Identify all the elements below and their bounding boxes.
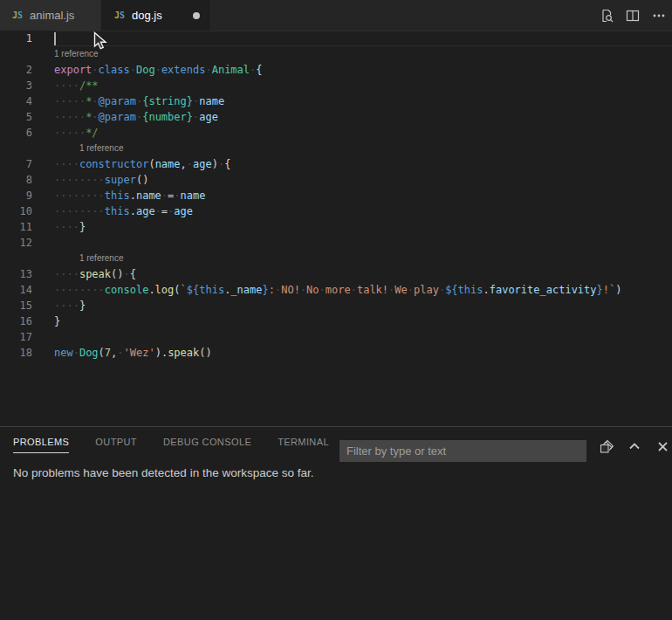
editor-tab-bar: JS animal.js JS dog.js bbox=[0, 0, 672, 31]
panel-actions bbox=[599, 438, 670, 454]
line-number: 7 bbox=[0, 156, 32, 172]
line-number: 10 bbox=[0, 203, 32, 219]
code-line[interactable]: 9········this.name·=·name bbox=[0, 188, 672, 203]
codelens-row[interactable]: 1 reference bbox=[0, 46, 672, 62]
line-number: 18 bbox=[0, 345, 32, 361]
stacked-squares-icon[interactable] bbox=[599, 438, 614, 454]
code-line[interactable]: 12 bbox=[0, 235, 672, 251]
tab-animal-js[interactable]: JS animal.js bbox=[0, 0, 102, 31]
code-line[interactable]: 10········this.age·=·age bbox=[0, 203, 672, 219]
line-number: 11 bbox=[0, 219, 32, 235]
panel-tabs: PROBLEMSOUTPUTDEBUG CONSOLETERMINAL bbox=[13, 437, 329, 453]
code-line[interactable]: 8········super() bbox=[0, 172, 672, 188]
line-number: 3 bbox=[0, 78, 32, 93]
javascript-file-icon: JS bbox=[12, 10, 23, 20]
codelens-row[interactable]: 1 reference bbox=[0, 251, 672, 266]
more-actions-icon[interactable] bbox=[651, 8, 667, 24]
line-number: 1 bbox=[0, 31, 32, 46]
code-line[interactable]: 13····speak()·{ bbox=[0, 266, 672, 282]
panel-tab-debug-console[interactable]: DEBUG CONSOLE bbox=[163, 437, 251, 453]
code-line[interactable]: 17 bbox=[0, 329, 672, 345]
code-line[interactable]: 15····} bbox=[0, 298, 672, 313]
code-editor[interactable]: 11 reference2export·class·Dog·extends·An… bbox=[0, 31, 672, 426]
line-number: 4 bbox=[0, 93, 32, 109]
vscode-window: JS animal.js JS dog.js bbox=[0, 0, 672, 620]
line-number: 9 bbox=[0, 188, 32, 203]
code-line[interactable]: 7····constructor(name,·age)·{ bbox=[0, 156, 672, 172]
codelens-row[interactable]: 1 reference bbox=[0, 141, 672, 156]
dirty-indicator-icon[interactable] bbox=[193, 12, 200, 19]
close-panel-icon[interactable] bbox=[655, 438, 670, 454]
line-number bbox=[0, 251, 32, 266]
line-number: 13 bbox=[0, 266, 32, 282]
panel-tab-output[interactable]: OUTPUT bbox=[95, 437, 137, 453]
panel-tab-problems[interactable]: PROBLEMS bbox=[13, 437, 69, 453]
line-number: 16 bbox=[0, 313, 32, 329]
line-number: 2 bbox=[0, 62, 32, 78]
code-line[interactable]: 11····} bbox=[0, 219, 672, 235]
bottom-panel: PROBLEMSOUTPUTDEBUG CONSOLETERMINAL bbox=[0, 426, 672, 620]
line-number: 15 bbox=[0, 298, 32, 313]
line-number: 12 bbox=[0, 235, 32, 251]
code-line[interactable]: 5·····*·@param·{number}·age bbox=[0, 109, 672, 125]
javascript-file-icon: JS bbox=[114, 10, 125, 20]
line-number bbox=[0, 46, 32, 62]
text-cursor bbox=[54, 32, 56, 45]
line-number bbox=[0, 141, 32, 156]
editor-rows: 11 reference2export·class·Dog·extends·An… bbox=[0, 31, 672, 361]
codelens-reference-link[interactable]: 1 reference bbox=[79, 251, 124, 266]
tab-dog-js[interactable]: JS dog.js bbox=[102, 0, 209, 31]
line-number: 8 bbox=[0, 172, 32, 188]
problems-filter-input[interactable] bbox=[339, 440, 586, 462]
problems-message: No problems have been detected in the wo… bbox=[13, 466, 313, 479]
line-number: 5 bbox=[0, 109, 32, 125]
code-line[interactable]: 14········console.log(`${this._name}:·NO… bbox=[0, 282, 672, 298]
maximize-panel-icon[interactable] bbox=[627, 438, 642, 454]
tab-label: dog.js bbox=[132, 9, 162, 22]
codelens-reference-link[interactable]: 1 reference bbox=[79, 141, 124, 156]
code-line[interactable]: 2export·class·Dog·extends·Animal·{ bbox=[0, 62, 672, 78]
line-number: 17 bbox=[0, 329, 32, 345]
code-line[interactable]: 4·····*·@param·{string}·name bbox=[0, 93, 672, 109]
tab-label: animal.js bbox=[30, 9, 74, 22]
file-search-icon[interactable] bbox=[599, 8, 614, 24]
code-line[interactable]: 6·····*/ bbox=[0, 125, 672, 141]
code-line[interactable]: 3····/** bbox=[0, 78, 672, 93]
codelens-reference-link[interactable]: 1 reference bbox=[54, 46, 99, 62]
panel-tab-terminal[interactable]: TERMINAL bbox=[278, 437, 329, 453]
line-number: 6 bbox=[0, 125, 32, 141]
code-line[interactable]: 16} bbox=[0, 313, 672, 329]
editor-actions bbox=[599, 0, 667, 31]
code-line[interactable]: 18new·Dog(7,·'Wez').speak() bbox=[0, 345, 672, 361]
split-editor-icon[interactable] bbox=[625, 8, 641, 24]
code-line[interactable]: 1 bbox=[0, 31, 672, 46]
line-number: 14 bbox=[0, 282, 32, 298]
